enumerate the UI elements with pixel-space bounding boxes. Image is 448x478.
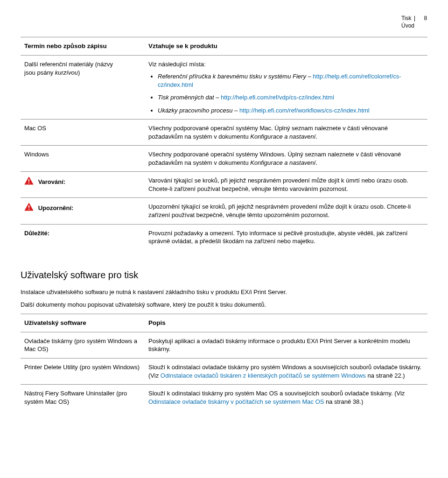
delete-link[interactable]: Odinstalace ovladačů tiskáren z klientsk… [161,372,366,379]
uninstaller-text-a: Slouží k odinstalaci tiskárny pro systém… [148,390,405,397]
table-row: Printer Delete Utility (pro systém Windo… [21,358,427,385]
drivers-text: Poskytují aplikaci a ovladači tiskárny i… [145,332,427,358]
drivers-label: Ovladače tiskárny (pro systém Windows a … [21,332,145,358]
conventions-col2-header: Vztahuje se k produktu [145,37,427,56]
header-subtitle: Úvod [401,22,427,30]
uninstaller-label: Nástroj Fiery Software Uninstaller (pro … [21,385,145,411]
refs-label-line2a: jsou psány [24,69,55,76]
table-row: Varování: Varování týkající se kroků, př… [21,172,427,198]
refs-label-italic: kurzívou [55,69,78,76]
refs-intro: Viz následující místa: [148,61,206,68]
software-table: Uživatelský software Popis Ovladače tisk… [21,314,427,411]
uninstaller-link[interactable]: Odinstalace ovladače tiskárny v počítačí… [148,398,324,405]
table-row: Ovladače tiskárny (pro systém Windows a … [21,332,427,358]
svg-rect-5 [28,209,29,210]
uninstaller-text-b: na straně 38.) [324,398,363,405]
table-row: Upozornění: Upozornění týkající se kroků… [21,198,427,224]
important-label: Důležité: [24,230,49,237]
refs-label-line2b: ) [78,69,80,76]
bullet-text: Tisk proměnných dat [158,94,214,101]
delete-text-b: na straně 22.) [366,372,405,379]
table-row: Nástroj Fiery Software Uninstaller (pro … [21,385,427,411]
table-row: Windows Všechny podporované operační sys… [21,146,427,172]
macos-text-b: . [315,133,317,140]
section-p2: Další dokumenty mohou popisovat uživatel… [21,301,427,309]
bullet-text: Referenční příručka k barevnému tisku v … [158,73,306,80]
software-col1-header: Uživatelský software [21,314,145,332]
refs-bullets: Referenční příručka k barevnému tisku v … [148,72,424,114]
warning-text: Varování týkající se kroků, při jejichž … [145,172,427,198]
conventions-table: Termín nebo způsob zápisu Vztahuje se k … [21,37,427,250]
windows-text-ital: Konfigurace a nastavení [250,159,315,166]
important-text: Provozní požadavky a omezení. Tyto infor… [145,224,427,250]
svg-rect-1 [28,179,29,182]
section-p1: Instalace uživatelského softwaru je nutn… [21,288,427,296]
macos-label: Mac OS [21,120,145,146]
caution-label: Upozornění: [38,204,74,211]
list-item: Referenční příručka k barevnému tisku v … [158,72,424,89]
delete-label: Printer Delete Utility (pro systém Windo… [21,358,145,385]
table-row: Důležité: Provozní požadavky a omezení. … [21,224,427,250]
warning-icon [24,176,34,187]
list-item: Ukázky pracovního procesu – http://help.… [158,106,424,115]
header-divider [414,16,415,21]
bullet-link[interactable]: http://help.efi.com/ref/workflows/cs-cz/… [239,107,370,114]
warning-label: Varování: [38,178,66,185]
svg-rect-2 [28,183,29,183]
caution-text: Upozornění týkající se kroků, při jejich… [145,198,427,224]
table-row: Mac OS Všechny podporované operační syst… [21,120,427,146]
page-header: Tisk 8 Úvod [21,15,427,29]
caution-icon [24,203,34,213]
list-item: Tisk proměnných dat – http://help.efi.co… [158,93,424,102]
windows-text-b: . [315,159,317,166]
svg-rect-4 [28,205,29,208]
refs-label-line1: Další referenční materiály (názvy [24,61,113,68]
conventions-col1-header: Termín nebo způsob zápisu [21,37,145,56]
bullet-link[interactable]: http://help.efi.com/ref/vdp/cs-cz/index.… [221,94,334,101]
page-number: 8 [424,15,427,22]
bullet-text: Ukázky pracovního procesu [158,107,232,114]
table-row: Další referenční materiály (názvy jsou p… [21,56,427,120]
section-heading: Uživatelský software pro tisk [21,269,427,281]
software-col2-header: Popis [145,314,427,332]
header-title: Tisk [401,15,412,22]
windows-label: Windows [21,146,145,172]
macos-text-ital: Konfigurace a nastavení [250,133,315,140]
